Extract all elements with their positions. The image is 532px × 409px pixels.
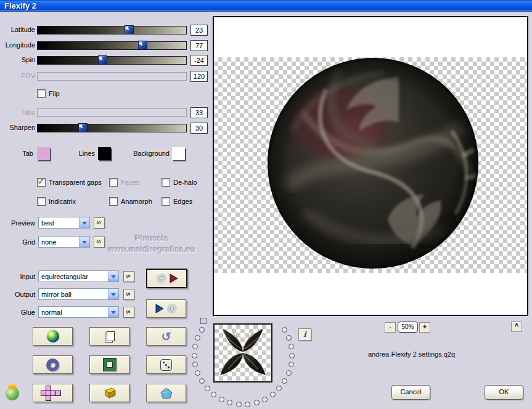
dial-dot[interactable]	[205, 386, 210, 391]
dial-dot[interactable]	[192, 353, 197, 358]
edges-label: Edges	[173, 197, 192, 206]
tabs-label: Tabs	[0, 108, 35, 116]
lines-color-swatch[interactable]	[98, 147, 111, 160]
flip-label: Flip	[49, 89, 60, 98]
random-button[interactable]	[146, 355, 186, 374]
preview-dropdown[interactable]: best	[38, 217, 90, 229]
longitude-slider-thumb[interactable]	[138, 41, 147, 50]
fov-slider	[37, 72, 187, 81]
dial-dot[interactable]	[245, 402, 250, 407]
latitude-slider[interactable]	[37, 26, 187, 34]
torus-button[interactable]	[33, 355, 73, 374]
info-button[interactable]: i	[298, 328, 311, 341]
anamorph-checkbox[interactable]	[109, 197, 118, 206]
sharpen-slider[interactable]	[37, 124, 187, 132]
input-dropdown[interactable]: equirectangular	[38, 270, 119, 282]
output-dropdown-label: Output	[0, 290, 35, 299]
spin-value[interactable]: -24	[190, 55, 208, 66]
grid-dropdown-label: Grid	[0, 238, 35, 246]
longitude-label: Longitude	[0, 41, 35, 49]
grid-dropdown-value: none	[41, 238, 56, 246]
dial-handle[interactable]	[200, 318, 207, 324]
check-icon: ✓	[38, 177, 44, 186]
flexify-dialog: Flexify 2 Latitude 23 Longitude 77 Spin …	[0, 0, 532, 409]
output-row: Output mirror ball s	[0, 288, 211, 301]
tabs-value[interactable]: 33	[190, 107, 208, 118]
checkbox-row-1: ✓ Transparent gaps Faces De-halo	[0, 178, 211, 187]
output-dropdown[interactable]: mirror ball	[38, 288, 119, 300]
render-button[interactable]	[146, 269, 187, 288]
mirror-ball-preview	[267, 57, 479, 269]
chevron-down-icon[interactable]	[79, 217, 89, 228]
de-halo-checkbox[interactable]	[162, 178, 170, 187]
dial-dot[interactable]	[289, 353, 295, 358]
cd-icon	[166, 303, 178, 314]
edges-checkbox[interactable]	[162, 197, 170, 206]
zoom-level: 50%	[398, 322, 418, 333]
preview-s-button[interactable]: s	[94, 217, 105, 229]
title-bar: Flexify 2	[0, 0, 532, 12]
fov-value[interactable]: 120	[190, 71, 208, 82]
preview-panel[interactable]	[213, 16, 528, 316]
dial-dot[interactable]	[286, 335, 292, 341]
tab-swatch-label: Tab	[0, 149, 33, 158]
zoom-out-button[interactable]: -	[385, 322, 396, 333]
play-icon	[155, 304, 164, 314]
glue-dropdown-label: Glue	[0, 308, 35, 317]
output-s-button[interactable]: s	[123, 289, 134, 300]
checkbox-row-2: Indicatrix Anamorph Edges	[0, 197, 211, 206]
collapse-button[interactable]: ^	[511, 322, 522, 332]
zoom-in-button[interactable]: +	[419, 322, 430, 333]
chevron-down-icon[interactable]	[108, 271, 118, 281]
chevron-down-icon[interactable]	[108, 289, 118, 299]
sharpen-value[interactable]: 30	[190, 123, 208, 134]
indicatrix-checkbox[interactable]	[37, 197, 46, 206]
longitude-value[interactable]: 77	[190, 40, 208, 51]
input-s-button[interactable]: s	[123, 271, 134, 282]
dial-dot[interactable]	[236, 402, 242, 407]
dial-dot[interactable]	[289, 344, 294, 349]
latitude-value[interactable]: 23	[190, 25, 208, 36]
preview-row: Preview best s	[0, 217, 211, 229]
glue-s-button[interactable]: s	[123, 307, 134, 318]
flip-checkbox[interactable]	[37, 89, 46, 98]
tabs-row: Tabs 33	[0, 108, 211, 116]
copy-button[interactable]	[89, 327, 129, 346]
tab-color-swatch[interactable]	[37, 147, 50, 160]
latitude-slider-thumb[interactable]	[125, 25, 134, 34]
dial-dot[interactable]	[254, 400, 260, 405]
spin-slider-thumb[interactable]	[98, 55, 107, 65]
sharpen-slider-thumb[interactable]	[78, 123, 88, 132]
info-icon: i	[303, 330, 306, 339]
tabs-slider	[37, 108, 187, 117]
frame-button[interactable]	[89, 355, 129, 374]
latitude-label: Latitude	[0, 26, 35, 34]
background-color-swatch[interactable]	[172, 147, 185, 160]
dial-dot[interactable]	[219, 397, 224, 402]
cd-icon	[156, 273, 167, 284]
source-thumbnail[interactable]	[213, 323, 272, 383]
dial-dot[interactable]	[289, 362, 294, 367]
undo-arrow-icon: ↺	[162, 331, 171, 342]
undo-button[interactable]: ↺	[146, 327, 186, 346]
cancel-button[interactable]: Cancel	[391, 385, 430, 400]
glue-dropdown[interactable]: normal	[38, 306, 119, 318]
watermark-line2: www.maldiregrafica.eu	[79, 244, 224, 255]
longitude-slider[interactable]	[37, 41, 187, 50]
ok-button[interactable]: OK	[485, 385, 523, 400]
dial-dot[interactable]	[270, 392, 276, 397]
chevron-down-icon[interactable]	[108, 307, 118, 317]
flip-row: Flip	[0, 89, 211, 98]
apply-button[interactable]	[146, 299, 186, 318]
preview-dropdown-label: Preview	[0, 219, 35, 227]
transparent-gaps-checkbox[interactable]: ✓	[37, 178, 46, 187]
longitude-row: Longitude 77	[0, 41, 211, 49]
fov-label: FOV	[0, 72, 35, 80]
dial-dot[interactable]	[262, 397, 268, 402]
load-settings-button[interactable]	[33, 327, 73, 346]
green-frame-icon	[104, 358, 116, 371]
spin-slider[interactable]	[37, 56, 187, 65]
preview-dropdown-value: best	[41, 219, 54, 227]
window-title: Flexify 2	[4, 1, 36, 10]
dice-icon	[160, 359, 172, 371]
